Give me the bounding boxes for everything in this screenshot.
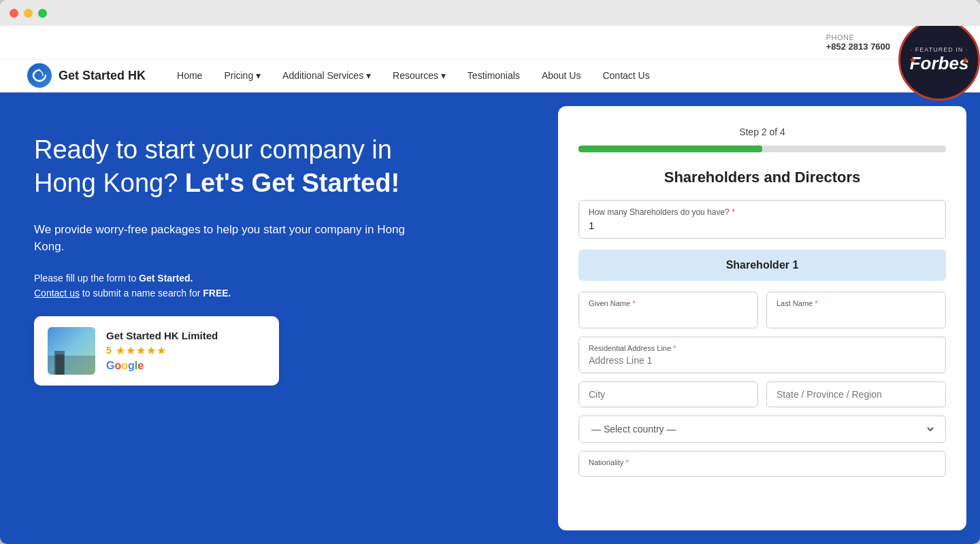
given-name-field[interactable]: Given Name *	[578, 292, 758, 328]
nationality-field: Nationality *	[578, 451, 946, 477]
nationality-label: Nationality *	[589, 458, 936, 466]
browser-window: PHONE +852 2813 7600 MORE Contacts ▾ Ge	[0, 0, 980, 544]
google-card-image	[48, 327, 95, 375]
given-name-input[interactable]	[589, 310, 748, 321]
company-name: Get Started HK Limited	[106, 330, 265, 341]
step-indicator: Step 2 of 4	[578, 126, 946, 137]
state-field[interactable]	[766, 381, 946, 407]
address-input[interactable]	[589, 355, 936, 366]
form-panel: Step 2 of 4 Shareholders and Directors H…	[558, 106, 966, 530]
titlebar	[0, 0, 980, 26]
address-label: Residential Address Line *	[589, 344, 936, 352]
forbes-star-left-icon: ★	[909, 54, 917, 65]
state-input[interactable]	[777, 389, 936, 400]
logo-icon	[27, 63, 52, 88]
cta-text-2: Contact us to submit a name search for F…	[34, 288, 524, 299]
country-row: — Select country —	[578, 415, 946, 443]
contact-link[interactable]: Contact us	[34, 288, 80, 299]
phone-number: +852 2813 7600	[826, 41, 890, 52]
nav-contact-us[interactable]: Contact Us	[591, 59, 660, 92]
google-rating: 5 ★★★★★	[106, 344, 265, 357]
logo-text: Get Started HK	[59, 69, 146, 83]
shareholders-label: How many Shareholders do you have? *	[589, 207, 936, 217]
forbes-star-right-icon: ★	[961, 54, 970, 65]
main-content: Ready to start your company inHong Kong?…	[0, 92, 980, 544]
city-field[interactable]	[578, 381, 758, 407]
navbar: Get Started HK Home Pricing ▾ Additional…	[0, 60, 980, 92]
stars-icon: ★★★★★	[116, 344, 167, 357]
nav-testimonials[interactable]: Testimonials	[457, 59, 531, 92]
google-logo: Google	[106, 360, 265, 372]
last-name-label: Last Name *	[777, 299, 936, 307]
hero-title: Ready to start your company inHong Kong?…	[34, 133, 524, 201]
minimize-button[interactable]	[24, 9, 33, 18]
nav-home[interactable]: Home	[166, 59, 213, 92]
maximize-button[interactable]	[38, 9, 47, 18]
forbes-badge: ★ · FEATURED IN · Forbes ★	[898, 26, 980, 101]
form-title: Shareholders and Directors	[578, 169, 946, 186]
required-marker: *	[732, 207, 735, 217]
given-name-label: Given Name *	[589, 299, 748, 307]
website: PHONE +852 2813 7600 MORE Contacts ▾ Ge	[0, 26, 980, 544]
shareholders-value: 1	[589, 220, 936, 231]
address-row: Residential Address Line *	[578, 337, 946, 373]
cta-text-1: Please fill up the form to Get Started.	[34, 273, 524, 284]
rating-number: 5	[106, 345, 112, 356]
progress-bar-fill	[578, 146, 762, 152]
name-row: Given Name * Last Name *	[578, 292, 946, 328]
last-name-input[interactable]	[777, 310, 936, 321]
shareholders-count-field: How many Shareholders do you have? * 1	[578, 200, 946, 239]
address-field[interactable]: Residential Address Line *	[578, 337, 946, 373]
topbar: PHONE +852 2813 7600 MORE Contacts ▾	[0, 26, 980, 60]
google-card-content: Get Started HK Limited 5 ★★★★★ Google	[106, 330, 265, 372]
nav-additional-services[interactable]: Additional Services ▾	[272, 59, 382, 92]
forbes-logo-text: Forbes	[910, 53, 969, 74]
nav-pricing[interactable]: Pricing ▾	[213, 59, 272, 92]
last-name-field[interactable]: Last Name *	[766, 292, 946, 328]
google-card: Get Started HK Limited 5 ★★★★★ Google	[34, 316, 279, 386]
phone-label: PHONE	[826, 33, 890, 41]
left-panel: Ready to start your company inHong Kong?…	[0, 92, 558, 544]
close-button[interactable]	[10, 9, 18, 18]
logo[interactable]: Get Started HK	[27, 63, 146, 88]
shareholder-1-header: Shareholder 1	[578, 250, 946, 281]
phone-block: PHONE +852 2813 7600	[826, 33, 890, 52]
forbes-featured-text: · FEATURED IN ·	[911, 46, 968, 53]
nav-resources[interactable]: Resources ▾	[382, 59, 457, 92]
country-select[interactable]: — Select country —	[589, 423, 936, 435]
city-state-row	[578, 381, 946, 407]
city-input[interactable]	[589, 389, 748, 400]
progress-bar-container	[578, 146, 946, 152]
nav-links: Home Pricing ▾ Additional Services ▾ Res…	[166, 59, 953, 92]
nav-about-us[interactable]: About Us	[531, 59, 592, 92]
country-field[interactable]: — Select country —	[578, 415, 946, 443]
hero-subtitle: We provide worry-free packages to help y…	[34, 221, 408, 256]
